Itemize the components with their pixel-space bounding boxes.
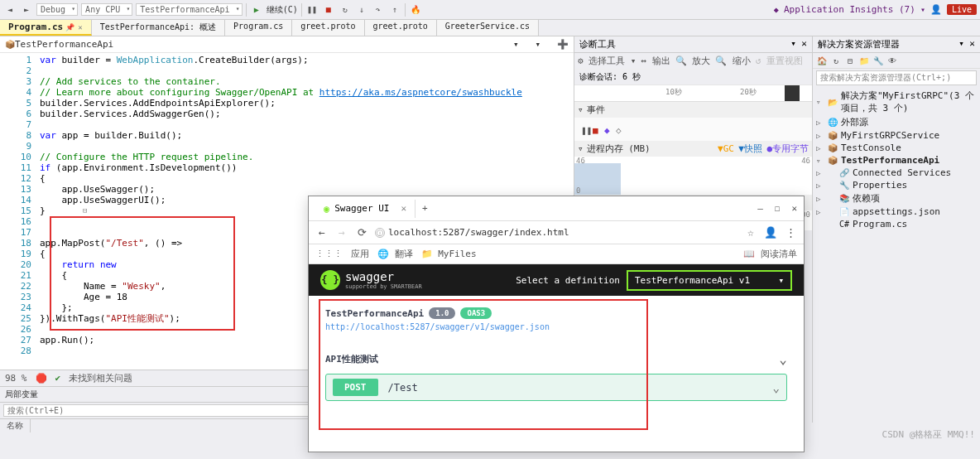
reload-icon[interactable]: ⟳: [355, 226, 368, 239]
solution-toolbar: 🏠 ↻ ⊟ 📁 🔧 👁: [813, 53, 980, 69]
bookmark-icon[interactable]: ☆: [744, 226, 757, 239]
swagger-logo-icon: { }: [320, 270, 340, 290]
error-icon[interactable]: 🛑: [36, 373, 47, 384]
collapse-icon[interactable]: ⊟: [844, 55, 856, 66]
zoom-in-button[interactable]: 🔍 放大: [675, 55, 711, 67]
private-bytes-legend: ●专用字节: [766, 143, 809, 154]
show-all-icon[interactable]: 📁: [858, 55, 870, 66]
tab-overview[interactable]: TestPerformanceApi: 概述: [92, 20, 225, 36]
reading-list-button[interactable]: 📖 阅读清单: [743, 248, 797, 260]
forward-icon[interactable]: →: [335, 226, 348, 239]
apps-icon[interactable]: ⋮⋮⋮: [315, 249, 343, 259]
close-window-icon[interactable]: ✕: [791, 203, 797, 214]
diamond-event-icon: ◆: [604, 125, 612, 133]
tree-node[interactable]: C#Program.cs: [816, 218, 977, 230]
nav-fwd-icon[interactable]: ►: [20, 3, 33, 17]
browser-titlebar[interactable]: ◉Swagger UI✕ + — ☐ ✕: [309, 196, 804, 221]
chevron-down-icon[interactable]: ⌄: [773, 381, 780, 394]
tree-node[interactable]: ▷📦MyFirstGRPCService: [816, 129, 977, 142]
pin-icon[interactable]: 📌: [65, 23, 74, 31]
issues-text: 未找到相关问题: [69, 372, 132, 384]
continue-icon[interactable]: ▶: [250, 3, 263, 17]
reset-view-button[interactable]: ↺ 重置视图: [756, 55, 803, 67]
site-info-icon[interactable]: ⓘ: [375, 228, 385, 238]
panel-menu-icon[interactable]: ▾ ✕: [790, 38, 807, 51]
stop-event-icon: ■: [593, 125, 601, 133]
solution-search-input[interactable]: 搜索解决方案资源管理器(Ctrl+;): [816, 70, 977, 85]
select-tools-button[interactable]: ⚙ 选择工具 ▾: [578, 55, 637, 67]
memory-chart[interactable]: 46 46 0: [574, 157, 812, 195]
menu-icon[interactable]: ⋮: [784, 226, 797, 239]
solution-root[interactable]: ▿📂解决方案"MyFirstGRPC"(3 个项目，共 3 个): [816, 89, 977, 115]
tree-node[interactable]: ▷📄appsettings.json: [816, 205, 977, 218]
watermark: CSDN @格格巫 MMQ!!: [882, 428, 975, 441]
close-tab-icon[interactable]: ✕: [401, 203, 406, 214]
tree-node[interactable]: ▷🌐外部源: [816, 115, 977, 129]
chevron-down-icon[interactable]: ⌄: [779, 351, 787, 367]
tree-node[interactable]: ▷🔧Properties: [816, 179, 977, 191]
stop-icon[interactable]: ■: [322, 3, 335, 17]
api-operation[interactable]: POST /Test ⌄: [325, 374, 787, 401]
memory-header: 进程内存 (MB): [587, 143, 651, 155]
startup-dropdown[interactable]: TestPerformanceApi: [136, 3, 242, 16]
close-icon[interactable]: ✕: [78, 23, 82, 31]
diag-title: 诊断工具: [579, 38, 616, 51]
tab-program-cs[interactable]: Program.cs📌✕: [0, 20, 92, 36]
back-icon[interactable]: ←: [315, 226, 329, 239]
panel-menu-icon[interactable]: ▾ ✕: [958, 38, 975, 51]
step-out-icon[interactable]: ↑: [388, 3, 401, 17]
user-icon[interactable]: 👤: [930, 4, 942, 15]
document-tabs: Program.cs📌✕ TestPerformanceApi: 概述 Prog…: [0, 20, 980, 36]
breadcrumb[interactable]: 📦 TestPerformanceApi ▾ ▾ ➕: [0, 36, 574, 53]
tab-greeter-service[interactable]: GreeterService.cs: [437, 20, 539, 36]
timeline[interactable]: 10秒 20秒: [574, 85, 812, 102]
browser-tab[interactable]: ◉Swagger UI✕: [315, 200, 416, 218]
bookmark-myfiles[interactable]: 📁 MyFiles: [421, 249, 477, 259]
zoom-level[interactable]: 98 %: [5, 373, 27, 384]
config-dropdown[interactable]: Debug: [36, 3, 78, 16]
restart-icon[interactable]: ↻: [339, 3, 352, 17]
browser-address-bar: ← → ⟳ ⓘlocalhost:5287/swagger/index.html…: [309, 221, 804, 244]
tab-greet-proto-2[interactable]: greet.proto: [365, 20, 437, 36]
tree-node[interactable]: ▷📚依赖项: [816, 191, 977, 205]
api-tag[interactable]: API性能测试 ⌄: [325, 351, 787, 367]
profile-icon[interactable]: 👤: [764, 226, 777, 239]
continue-label[interactable]: 继续(C): [267, 4, 298, 16]
no-issues-icon: ✔: [55, 373, 61, 384]
refresh-icon[interactable]: ↻: [830, 55, 842, 66]
fold-icon[interactable]: ⊟: [83, 205, 90, 216]
solution-tree[interactable]: ▿📂解决方案"MyFirstGRPC"(3 个项目，共 3 个) ▷🌐外部源▷📦…: [813, 87, 980, 232]
tree-node[interactable]: ▷📦TestConsole: [816, 142, 977, 154]
url-input[interactable]: ⓘlocalhost:5287/swagger/index.html: [375, 227, 737, 239]
tree-node[interactable]: ▷🔗Connected Services: [816, 167, 977, 179]
minimize-icon[interactable]: —: [757, 203, 763, 214]
home-icon[interactable]: 🏠: [816, 55, 828, 66]
nav-back-icon[interactable]: ◄: [3, 3, 17, 17]
tab-program-cs-2[interactable]: Program.cs: [225, 20, 292, 36]
api-path: /Test: [388, 382, 418, 394]
output-button[interactable]: ↔ 输出: [641, 55, 670, 67]
pause-icon[interactable]: ❚❚: [305, 3, 319, 17]
bookmark-apps[interactable]: 应用: [351, 248, 369, 260]
step-over-icon[interactable]: ↷: [372, 3, 385, 17]
step-into-icon[interactable]: ↓: [355, 3, 368, 17]
hot-reload-icon[interactable]: 🔥: [409, 3, 422, 17]
maximize-icon[interactable]: ☐: [775, 203, 781, 214]
collapse-icon[interactable]: ▿: [578, 104, 584, 115]
definition-select[interactable]: TestPerformanceApi v1: [627, 270, 792, 291]
bookmark-translate[interactable]: 🌐 翻译: [377, 248, 413, 260]
preview-icon[interactable]: 👁: [886, 55, 898, 66]
tab-greet-proto[interactable]: greet.proto: [292, 20, 364, 36]
col-name[interactable]: 名称: [0, 419, 31, 432]
collapse-icon[interactable]: ▿: [578, 143, 584, 154]
properties-icon[interactable]: 🔧: [872, 55, 884, 66]
swagger-json-link[interactable]: http://localhost:5287/swagger/v1/swagger…: [325, 322, 787, 331]
platform-dropdown[interactable]: Any CPU: [81, 3, 132, 16]
solution-explorer: 解决方案资源管理器▾ ✕ 🏠 ↻ ⊟ 📁 🔧 👁 搜索解决方案资源管理器(Ctr…: [813, 36, 980, 423]
app-insights-button[interactable]: ◆ Application Insights (7) ▾: [774, 4, 925, 15]
events-row: ❚❚ ■ ◆ ◇: [574, 118, 812, 141]
tree-node[interactable]: ▿📦TestPerformanceApi: [816, 154, 977, 167]
zoom-out-button[interactable]: 🔍 缩小: [715, 55, 751, 67]
api-title: TestPerformanceApi 1.0 OAS3: [325, 307, 492, 319]
new-tab-icon[interactable]: +: [422, 203, 428, 214]
